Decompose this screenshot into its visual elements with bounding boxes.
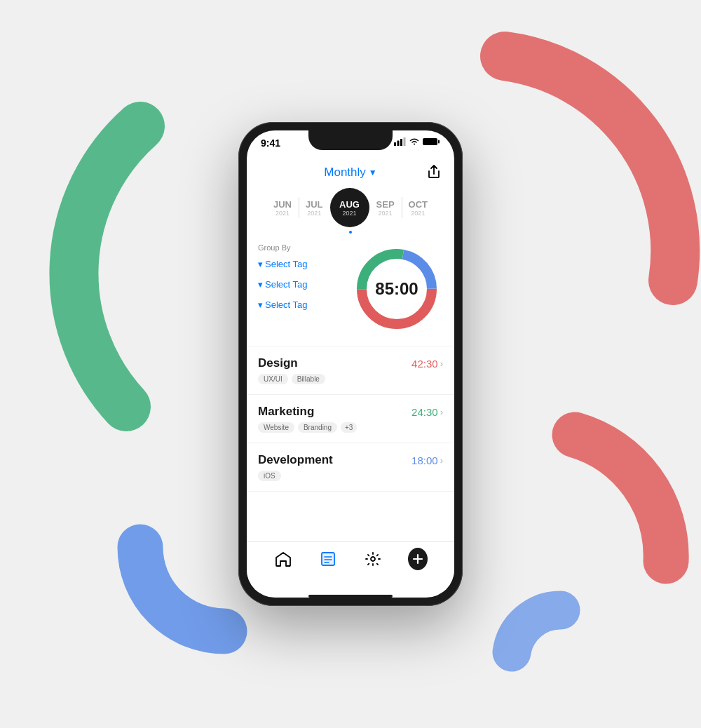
active-month-dot [349,231,352,234]
group-by-panel: Group By ▾ Select Tag ▾ Select Tag ▾ Sel… [258,243,342,335]
home-indicator [308,595,393,598]
tag-select-1[interactable]: ▾ Select Tag [258,259,342,269]
projects-list: Design 42:30 › UX/UI Billable [247,346,454,492]
project-marketing-name: Marketing [258,405,314,419]
month-oct[interactable]: OCT 2021 [402,195,435,221]
svg-point-13 [371,557,375,561]
chart-section: Group By ▾ Select Tag ▾ Select Tag ▾ Sel… [247,236,454,346]
month-aug-label: AUG [339,199,360,210]
month-jun-label: JUN [273,199,292,210]
svg-rect-3 [404,137,406,146]
svg-rect-5 [438,140,440,144]
month-jul-year: 2021 [307,210,321,217]
svg-rect-1 [397,141,400,147]
project-design-name: Design [258,356,298,370]
battery-icon [423,137,440,146]
tag-select-arrow-1: ▾ [258,259,263,269]
project-design-time: 42:30 › [411,358,443,370]
tab-bar [247,541,454,592]
donut-chart: 85:00 [351,243,442,335]
month-selector: JUN 2021 JUL 2021 AUG 2021 SEP 2021 OCT [247,185,454,234]
project-design-header: Design 42:30 › [258,356,443,370]
project-marketing-tags: Website Branding +3 [258,422,443,433]
home-icon [273,549,293,569]
tag-uxui: UX/UI [258,374,288,384]
svg-rect-0 [394,142,396,146]
project-development-header: Development 18:00 › [258,453,443,467]
svg-rect-9 [322,553,334,565]
tag-website: Website [258,422,294,433]
tab-settings[interactable] [363,549,383,569]
status-time: 9:41 [261,137,280,149]
project-development-time: 18:00 › [411,454,443,466]
phone-screen: 9:41 [247,130,454,598]
svg-rect-2 [400,139,402,146]
main-content: Group By ▾ Select Tag ▾ Select Tag ▾ Sel… [247,236,454,541]
add-button-circle[interactable] [408,548,428,570]
tab-reports[interactable] [318,549,338,569]
project-marketing-header: Marketing 24:30 › [258,405,443,419]
notch [308,130,393,150]
tag-ios: iOS [258,471,281,481]
tag-select-2[interactable]: ▾ Select Tag [258,279,342,290]
tag-select-label-2: Select Tag [265,279,307,290]
month-aug[interactable]: AUG 2021 [330,188,369,227]
month-oct-year: 2021 [411,210,425,217]
tag-billable: Billable [292,374,325,384]
project-marketing[interactable]: Marketing 24:30 › Website Branding +3 [247,395,454,443]
reports-icon [318,549,338,569]
project-development-tags: iOS [258,471,443,481]
donut-chart-container: 85:00 [350,243,443,335]
tag-select-label-3: Select Tag [265,299,307,310]
project-development-name: Development [258,453,333,467]
svg-rect-4 [423,138,437,145]
project-development[interactable]: Development 18:00 › iOS [247,443,454,492]
donut-total-time: 85:00 [375,279,418,299]
tag-select-arrow-2: ▾ [258,279,263,290]
group-by-label: Group By [258,243,342,252]
month-sep-year: 2021 [379,210,393,217]
tag-branding: Branding [298,422,337,433]
tag-select-label-1: Select Tag [265,259,307,269]
share-button[interactable] [428,165,440,182]
settings-icon [363,549,383,569]
month-jun-year: 2021 [275,210,290,217]
month-sep-label: SEP [376,199,395,210]
tab-add[interactable] [408,549,428,569]
tag-more: +3 [341,422,357,433]
phone-mockup: 9:41 [238,122,463,606]
month-jul-label: JUL [306,199,323,210]
header-dropdown-arrow: ▼ [369,168,377,177]
month-jun[interactable]: JUN 2021 [266,195,299,221]
phone-frame: 9:41 [238,122,463,606]
month-jul[interactable]: JUL 2021 [299,195,330,221]
header: Monthly ▼ [247,161,454,185]
project-marketing-time: 24:30 › [411,406,443,418]
month-oct-label: OCT [409,199,428,210]
project-design[interactable]: Design 42:30 › UX/UI Billable [247,346,454,395]
project-design-tags: UX/UI Billable [258,374,443,384]
month-aug-year: 2021 [343,210,357,217]
wifi-icon [409,137,420,146]
header-title[interactable]: Monthly ▼ [324,166,376,180]
tag-select-arrow-3: ▾ [258,299,263,310]
header-title-text: Monthly [324,166,366,180]
status-icons [394,137,440,146]
add-icon [408,549,428,569]
tab-home[interactable] [273,549,293,569]
signal-icon [394,137,406,146]
month-sep[interactable]: SEP 2021 [369,195,402,221]
tag-select-3[interactable]: ▾ Select Tag [258,299,342,310]
